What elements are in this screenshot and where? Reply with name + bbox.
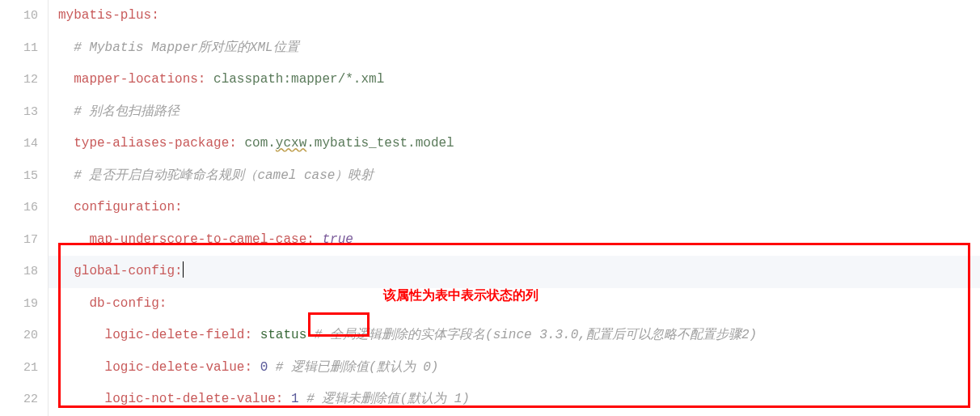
code-line[interactable]: # 是否开启自动驼峰命名规则（camel case）映射 (58, 160, 980, 193)
line-number: 10 (0, 0, 38, 32)
yaml-value-highlighted: status (252, 328, 315, 342)
code-line[interactable]: configuration: (58, 192, 980, 224)
code-content-area[interactable]: mybatis-plus: # Mybatis Mapper所对应的XML位置 … (49, 0, 980, 416)
yaml-value: classpath:mapper/*.xml (205, 72, 384, 87)
yaml-key: logic-delete-field (105, 328, 245, 342)
code-line[interactable]: logic-not-delete-value: 1 # 逻辑未删除值(默认为 1… (58, 384, 980, 416)
yaml-value-number: 1 (283, 392, 306, 406)
yaml-key: global-config (74, 264, 175, 278)
yaml-colon: : (198, 72, 206, 87)
line-number: 16 (0, 192, 38, 224)
yaml-colon: : (276, 392, 284, 406)
yaml-value: com.ycxw.mybatis_test.model (237, 136, 454, 151)
annotation-label: 该属性为表中表示状态的列 (383, 287, 539, 304)
line-number: 12 (0, 64, 38, 96)
yaml-colon: : (306, 232, 315, 247)
line-number: 18 (0, 256, 38, 288)
line-number: 19 (0, 288, 38, 320)
code-line[interactable]: # Mybatis Mapper所对应的XML位置 (58, 32, 980, 65)
yaml-comment-inline: # 逻辑未删除值(默认为 1) (306, 392, 470, 406)
code-line[interactable]: mybatis-plus: (58, 0, 980, 32)
code-line[interactable]: logic-delete-field: status # 全局逻辑删除的实体字段… (58, 320, 980, 352)
yaml-colon: : (229, 136, 237, 151)
yaml-colon: : (159, 296, 167, 311)
line-number-gutter: 10 11 12 13 14 15 16 17 18 19 20 21 22 (0, 0, 49, 416)
yaml-key: configuration (74, 200, 175, 214)
line-number: 21 (0, 352, 38, 384)
yaml-colon: : (244, 328, 252, 342)
yaml-key: db-config (89, 296, 158, 311)
line-number: 15 (0, 160, 38, 193)
line-number: 13 (0, 96, 38, 129)
spell-warning: ycxw (276, 136, 306, 151)
code-line[interactable]: logic-delete-value: 0 # 逻辑已删除值(默认为 0) (58, 352, 980, 384)
yaml-comment: # Mybatis Mapper所对应的XML位置 (74, 40, 298, 55)
yaml-colon: : (175, 200, 183, 214)
line-number: 14 (0, 128, 38, 160)
code-line[interactable]: # 别名包扫描路径 (58, 96, 980, 129)
code-line[interactable]: mapper-locations: classpath:mapper/*.xml (58, 64, 980, 96)
yaml-key: mapper-locations (74, 72, 198, 87)
yaml-key: logic-not-delete-value (105, 392, 276, 406)
code-line-active[interactable]: global-config: (49, 256, 980, 288)
yaml-comment-inline: # 全局逻辑删除的实体字段名(since 3.3.0,配置后可以忽略不配置步骤2… (315, 328, 757, 342)
text-cursor (183, 261, 184, 278)
code-line[interactable]: map-underscore-to-camel-case: true (58, 224, 980, 257)
line-number: 20 (0, 320, 38, 352)
yaml-comment: # 是否开启自动驼峰命名规则（camel case）映射 (74, 168, 374, 183)
line-number: 11 (0, 32, 38, 65)
yaml-value-bool: true (315, 232, 353, 247)
yaml-comment: # 别名包扫描路径 (74, 104, 180, 119)
yaml-value-number: 0 (252, 360, 276, 375)
yaml-key: mybatis-plus (58, 8, 151, 23)
yaml-comment-inline: # 逻辑已删除值(默认为 0) (276, 360, 439, 375)
code-editor: 10 11 12 13 14 15 16 17 18 19 20 21 22 m… (0, 0, 980, 416)
code-line[interactable]: type-aliases-package: com.ycxw.mybatis_t… (58, 128, 980, 160)
yaml-key: type-aliases-package (74, 136, 229, 151)
line-number: 17 (0, 224, 38, 257)
yaml-colon: : (175, 264, 183, 278)
yaml-key: logic-delete-value (105, 360, 245, 375)
yaml-key: map-underscore-to-camel-case (89, 232, 306, 247)
yaml-colon: : (244, 360, 252, 375)
yaml-colon: : (151, 8, 159, 23)
line-number: 22 (0, 384, 38, 416)
